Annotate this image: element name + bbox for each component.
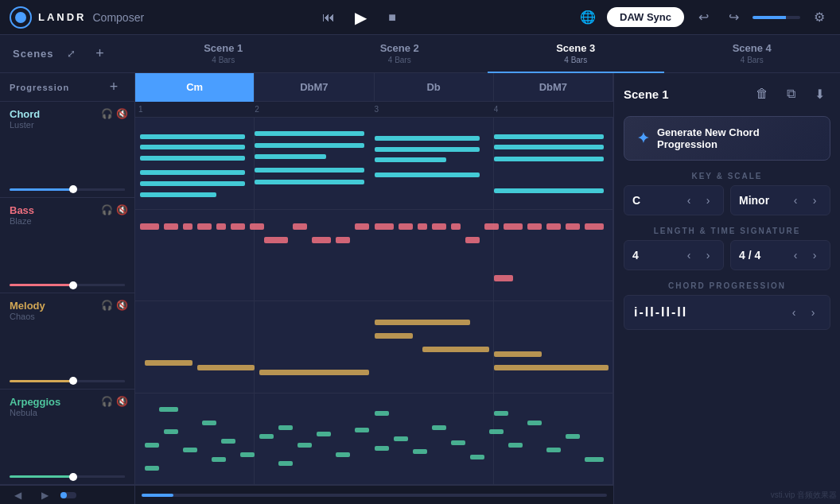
key-next-button[interactable]: › [701, 193, 715, 207]
melody-track-name: Melody [10, 300, 45, 312]
scale-next-button[interactable]: › [807, 193, 822, 207]
chord-fader[interactable] [10, 188, 125, 191]
chord-fader-knob[interactable] [69, 185, 77, 193]
timeline: 1 2 3 4 [135, 102, 613, 118]
chord-prog-display[interactable]: i-II-II-II ‹ › [624, 295, 830, 330]
key-stepper[interactable]: C ‹ › [624, 185, 724, 215]
bass-headphones-icon[interactable]: 🎧 [101, 204, 113, 215]
logo-icon [10, 6, 32, 29]
logo-text: LANDR [38, 11, 87, 23]
length-prev-button[interactable]: ‹ [682, 248, 696, 262]
chord-prog-label: CHORD PROGRESSION [624, 281, 830, 290]
melody-lane[interactable] [135, 301, 613, 394]
chord-tab-dbm7-1[interactable]: DbM7 [255, 73, 374, 102]
progression-add-button[interactable]: + [103, 76, 125, 99]
scenes-add-button[interactable]: + [89, 43, 111, 65]
arp-lane[interactable] [135, 394, 613, 486]
scenes-label-area: Scenes ⤢ + [0, 43, 135, 65]
daw-sync-button[interactable]: DAW Sync [607, 7, 684, 27]
time-sig-next-button[interactable]: › [807, 248, 822, 262]
logo: LANDR Composer [10, 6, 144, 29]
time-sig-stepper[interactable]: 4 / 4 ‹ › [730, 240, 830, 270]
time-sig-prev-button[interactable]: ‹ [788, 248, 803, 262]
key-prev-button[interactable]: ‹ [682, 193, 696, 207]
bass-fader[interactable] [10, 284, 125, 286]
chord-track-preset: Luster [10, 120, 40, 130]
melody-headphones-icon[interactable]: 🎧 [101, 300, 113, 311]
scene-tab-1[interactable]: Scene 1 4 Bars [135, 35, 312, 73]
settings-button[interactable]: ⚙ [808, 6, 830, 29]
chord-track-name: Chord [10, 108, 40, 120]
bass-lane[interactable] [135, 210, 613, 302]
generate-progression-button[interactable]: ✦ Generate New Chord Progression [624, 116, 830, 161]
chord-tab-db[interactable]: Db [375, 73, 494, 102]
scene-export-button[interactable]: ⬇ [808, 83, 830, 105]
bass-fader-knob[interactable] [69, 281, 77, 289]
key-scale-label: KEY & SCALE [624, 172, 830, 180]
scale-prev-button[interactable]: ‹ [788, 193, 803, 207]
timeline-marker-3: 3 [375, 105, 379, 114]
scene-tab-3[interactable]: Scene 3 4 Bars [488, 35, 664, 73]
bottom-bar-center [135, 485, 613, 504]
watermark: vsti.vip 音频效果器 [771, 490, 837, 501]
scene-tab-4-bars: 4 Bars [741, 56, 764, 64]
chord-lane[interactable] [135, 118, 613, 210]
melody-track-preset: Chaos [10, 312, 45, 321]
scenes-expand-button[interactable]: ⤢ [60, 43, 83, 65]
undo-button[interactable]: ↩ [692, 6, 714, 29]
arp-headphones-icon[interactable]: 🎧 [101, 396, 113, 407]
arp-mute-icon[interactable]: 🔇 [116, 396, 128, 407]
chord-tab-dbm7-2[interactable]: DbM7 [494, 73, 613, 102]
scale-control: Minor ‹ › [730, 185, 830, 215]
scenes-bar: Scenes ⤢ + Scene 1 4 Bars Scene 2 4 Bars… [0, 35, 840, 73]
globe-button[interactable]: 🌐 [577, 6, 599, 29]
main-layout: Progression + Chord Luster 🎧 🔇 [0, 73, 840, 504]
chord-headphones-icon[interactable]: 🎧 [101, 108, 113, 119]
key-value: C [632, 194, 640, 207]
melody-fader-knob[interactable] [69, 377, 77, 385]
chord-tab-cm[interactable]: Cm [135, 73, 255, 102]
scroll-track[interactable] [142, 494, 607, 497]
scale-stepper[interactable]: Minor ‹ › [730, 185, 830, 215]
arp-track-preset: Nebula [10, 408, 60, 417]
time-sig-value: 4 / 4 [739, 249, 760, 262]
progression-label: Progression [10, 83, 69, 92]
stop-button[interactable]: ■ [383, 8, 402, 27]
redo-button[interactable]: ↪ [722, 6, 745, 29]
scroll-thumb[interactable] [142, 494, 173, 497]
key-scale-section: KEY & SCALE C ‹ › Minor ‹ [624, 172, 830, 215]
length-time-label: LENGTH & TIME SIGNATURE [624, 227, 830, 235]
arp-track-row: Arpeggios Nebula 🎧 🔇 [0, 390, 134, 486]
chord-mute-icon[interactable]: 🔇 [116, 108, 128, 119]
scene-tab-3-name: Scene 3 [556, 42, 595, 54]
arp-fader-knob[interactable] [69, 473, 77, 481]
time-sig-control: 4 / 4 ‹ › [730, 240, 830, 270]
transport-controls: ⏮ ▶ ■ [319, 8, 402, 27]
length-time-section: LENGTH & TIME SIGNATURE 4 ‹ › 4 / 4 [624, 227, 830, 270]
play-button[interactable]: ▶ [351, 8, 370, 27]
melody-fader[interactable] [10, 380, 125, 382]
scenes-label: Scenes [13, 48, 54, 60]
scene-tab-2-bars: 4 Bars [388, 56, 411, 64]
length-control: 4 ‹ › [624, 240, 724, 270]
chord-prog-next-button[interactable]: › [806, 305, 820, 320]
length-next-button[interactable]: › [701, 248, 715, 262]
scene-tab-2[interactable]: Scene 2 4 Bars [312, 35, 488, 73]
scroll-left-button[interactable]: ◀ [6, 484, 29, 505]
arp-fader[interactable] [10, 475, 125, 478]
arp-track-name: Arpeggios [10, 396, 60, 408]
scene-tab-4[interactable]: Scene 4 4 Bars [664, 35, 841, 73]
melody-mute-icon[interactable]: 🔇 [116, 300, 128, 311]
bass-track-row: Bass Blaze 🎧 🔇 [0, 198, 134, 294]
scene-header: Scene 1 🗑 ⧉ ⬇ [624, 83, 830, 105]
scene-tab-1-bars: 4 Bars [212, 56, 235, 64]
scroll-right-button[interactable]: ▶ [33, 484, 56, 505]
right-controls: 🌐 DAW Sync ↩ ↪ ⚙ [577, 6, 830, 29]
length-stepper[interactable]: 4 ‹ › [624, 240, 724, 270]
scene-delete-button[interactable]: 🗑 [751, 83, 773, 105]
chord-prog-prev-button[interactable]: ‹ [787, 305, 801, 320]
skip-back-button[interactable]: ⏮ [319, 8, 338, 27]
bass-mute-icon[interactable]: 🔇 [116, 204, 128, 215]
scene-copy-button[interactable]: ⧉ [780, 83, 802, 105]
scene-tab-1-name: Scene 1 [204, 42, 243, 54]
